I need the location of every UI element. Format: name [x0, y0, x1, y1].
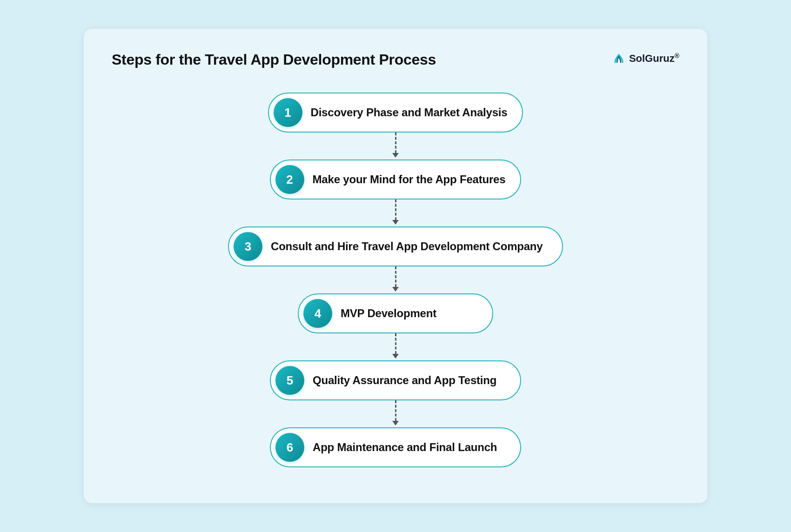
step-pill-6: 6 App Maintenance and Final Launch [270, 427, 521, 467]
connector-3 [392, 266, 399, 293]
dashed-line-4 [395, 333, 396, 354]
step-pill-4: 4 MVP Development [298, 293, 493, 333]
step-pill-3: 3 Consult and Hire Travel App Developmen… [228, 226, 563, 266]
connector-2 [392, 200, 399, 226]
dashed-line-2 [395, 200, 396, 220]
step-number-1: 1 [274, 98, 302, 127]
step-number-6: 6 [275, 433, 304, 462]
arrow-5 [392, 421, 399, 426]
step-number-3: 3 [234, 232, 262, 261]
connector-5 [392, 400, 399, 427]
step-label-1: Discovery Phase and Market Analysis [311, 106, 508, 119]
step-label-2: Make your Mind for the App Features [313, 173, 506, 186]
step-label-6: App Maintenance and Final Launch [313, 441, 497, 454]
step-pill-5: 5 Quality Assurance and App Testing [270, 360, 521, 400]
step-number-4: 4 [303, 299, 332, 328]
step-row-1: 1 Discovery Phase and Market Analysis [268, 93, 523, 133]
step-row-6: 6 App Maintenance and Final Launch [270, 427, 521, 467]
step-number-5: 5 [275, 366, 304, 395]
connector-4 [392, 333, 399, 360]
dashed-line-3 [395, 266, 396, 287]
step-label-5: Quality Assurance and App Testing [313, 374, 496, 387]
step-row-5: 5 Quality Assurance and App Testing [270, 360, 521, 400]
step-pill-2: 2 Make your Mind for the App Features [270, 160, 522, 200]
step-number-2: 2 [275, 165, 304, 194]
main-card: Steps for the Travel App Development Pro… [84, 29, 707, 503]
header: Steps for the Travel App Development Pro… [112, 51, 679, 68]
logo-text: SolGuruz® [629, 52, 679, 65]
step-label-4: MVP Development [341, 307, 436, 320]
step-label-3: Consult and Hire Travel App Development … [271, 240, 543, 253]
logo: SolGuruz® [611, 51, 679, 66]
logo-icon [611, 51, 626, 66]
steps-container: 1 Discovery Phase and Market Analysis 2 … [112, 93, 679, 467]
dashed-line-5 [395, 400, 396, 421]
connector-1 [392, 133, 399, 160]
step-row-3: 3 Consult and Hire Travel App Developmen… [228, 226, 563, 266]
step-pill-1: 1 Discovery Phase and Market Analysis [268, 93, 523, 133]
arrow-1 [392, 153, 399, 158]
page-title: Steps for the Travel App Development Pro… [112, 51, 436, 68]
arrow-2 [392, 220, 399, 225]
step-row-2: 2 Make your Mind for the App Features [270, 160, 522, 200]
arrow-4 [392, 354, 399, 359]
dashed-line-1 [395, 133, 396, 153]
step-row-4: 4 MVP Development [298, 293, 493, 333]
arrow-3 [392, 287, 399, 292]
